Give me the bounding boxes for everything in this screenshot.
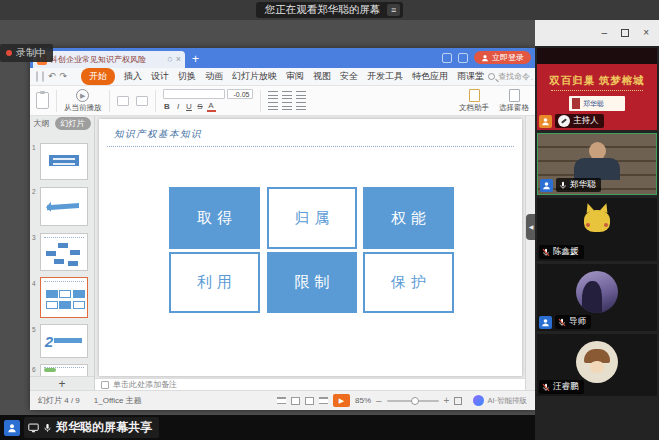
play-from-current-button[interactable]: ▶ 从当前播放 [64,89,102,113]
slide-thumbnail-current[interactable] [40,277,88,318]
slide-box-acquire[interactable]: 取得 [169,187,260,249]
number-list-icon[interactable] [282,91,292,99]
thumb-number: 1 [32,144,39,151]
viewing-banner: 您正在观看郑华聪的屏幕 ≡ [256,2,404,18]
tab-close-icon[interactable]: × [176,55,181,64]
paste-icon[interactable] [36,92,49,109]
current-slide[interactable]: 知识产权基本知识 取得 归属 权能 利用 限制 保护 [99,119,522,376]
share-info-pill: 郑华聪的屏幕共享 [24,417,159,438]
tab-transition[interactable]: 切换 [178,70,196,83]
theme-name[interactable]: 1_Office 主题 [94,395,142,406]
align-right-icon[interactable] [282,102,292,110]
maximize-icon[interactable] [621,29,629,37]
normal-view-icon[interactable] [277,397,286,404]
align-center-icon[interactable] [268,102,278,110]
slide-box-label: 利用 [192,273,237,292]
slide-thumbnail[interactable] [40,364,88,376]
ribbon-tab-row: ↶ ↷ 开始 插入 设计 切换 动画 幻灯片放映 审阅 视图 安全 开发工具 特… [30,68,535,86]
cartoon-avatar [576,341,618,383]
tab-slideshow[interactable]: 幻灯片放映 [232,70,277,83]
strikethrough-button[interactable]: S [196,102,205,111]
slide-box-limits[interactable]: 限制 [267,252,357,313]
thumbnail-list: 1 2 3 [30,130,94,376]
reading-view-icon[interactable] [305,397,314,405]
slide-thumbnail[interactable] [40,187,88,226]
slide-box-use[interactable]: 利用 [169,252,260,313]
save-icon[interactable] [36,71,38,82]
notes-bar[interactable]: 单击此处添加备注 [95,378,525,390]
add-slide-button[interactable]: + [58,378,65,390]
slide-thumbnail[interactable]: 2 [40,324,88,358]
selection-pane-button[interactable]: 选择窗格 [499,89,529,113]
participant-tile[interactable]: 陈鑫媛 [537,198,657,261]
zoom-level[interactable]: 85% [355,396,371,405]
slide-sorter-icon[interactable] [291,397,300,405]
tab-animation[interactable]: 动画 [205,70,223,83]
participant-tile[interactable]: 导师 [537,264,657,331]
login-button[interactable]: 立即登录 [474,51,531,64]
recording-label: 录制中 [16,46,46,60]
participant-tile[interactable]: 汪睿鹏 [537,334,657,396]
document-tab[interactable]: P 科创企业常见知识产权风险 ○ × [33,51,185,68]
font-name-input[interactable] [163,89,225,99]
tab-security[interactable]: 安全 [340,70,358,83]
underline-button[interactable]: U [185,102,194,111]
fit-screen-icon[interactable] [454,397,462,405]
line-spacing-icon[interactable] [296,102,306,110]
zoom-in-button[interactable]: + [444,395,450,406]
tab-design[interactable]: 设计 [151,70,169,83]
doc-assistant-button[interactable]: 文档助手 [459,89,489,113]
window-controls: – × [535,20,659,46]
participant-tile-video[interactable]: 郑华聪 [537,133,657,195]
document-tab-title: 科创企业常见知识产权风险 [50,54,164,65]
minimize-icon[interactable]: – [602,28,608,38]
record-dot-icon [6,50,12,56]
play-from-current-label: 从当前播放 [64,103,102,113]
bold-button[interactable]: B [163,102,172,111]
tab-pin-icon[interactable]: ○ [167,55,172,64]
align-left-icon[interactable] [296,91,306,99]
ribbon-toolbar: ▶ 从当前播放 -0.05 B I U S [30,86,535,116]
new-tab-button[interactable]: + [192,52,199,66]
tab-review[interactable]: 审阅 [286,70,304,83]
redo-icon[interactable]: ↷ [60,71,68,82]
tab-developer[interactable]: 开发工具 [367,70,403,83]
presenter-name: 郑华聪 [583,99,604,109]
participant-tile-host[interactable]: 双百归巢 筑梦榕城 郑华聪 主持人 [537,48,657,130]
font-color-button[interactable]: A [207,101,216,112]
slides-tab[interactable]: 幻灯片 [55,117,91,130]
slide-thumbnail[interactable] [40,143,88,180]
tab-special-apps[interactable]: 特色应用 [412,70,448,83]
slideshow-play-button[interactable]: ▶ [333,394,350,407]
meeting-top-bar: 您正在观看郑华聪的屏幕 ≡ [0,0,659,20]
zoom-slider-knob[interactable] [411,397,419,405]
new-slide-icon[interactable] [117,96,129,106]
slide-title[interactable]: 知识产权基本知识 [114,128,202,141]
slide-box-ownership[interactable]: 归属 [267,187,357,249]
ai-layout-badge[interactable]: AI·智能排版 [473,395,527,406]
slide-box-powers[interactable]: 权能 [363,187,454,249]
outline-tab[interactable]: 大纲 [34,118,50,129]
zoom-out-button[interactable]: – [376,395,382,406]
tab-home[interactable]: 开始 [81,68,115,85]
tab-insert[interactable]: 插入 [124,70,142,83]
tab-rain-classroom[interactable]: 雨课堂 [457,70,484,83]
zoom-slider[interactable] [387,400,439,402]
font-size-input[interactable]: -0.05 [227,89,253,99]
titlebar-sync-icon[interactable] [458,53,468,63]
titlebar-tool-icon[interactable] [442,53,452,63]
banner-menu-icon[interactable]: ≡ [387,4,400,16]
undo-icon[interactable]: ↶ [48,71,56,82]
italic-button[interactable]: I [174,102,183,111]
slide-box-protect[interactable]: 保护 [363,252,454,313]
slide-thumbnail[interactable] [40,233,88,271]
annotation-pen-icon [558,115,570,127]
print-icon[interactable] [42,71,44,82]
tab-view[interactable]: 视图 [313,70,331,83]
notes-view-icon[interactable] [319,397,328,404]
close-icon[interactable]: × [643,28,649,38]
user-icon [541,318,550,327]
layout-icon[interactable] [136,96,148,106]
doc-assistant-label: 文档助手 [459,103,489,113]
bullet-list-icon[interactable] [268,91,278,99]
